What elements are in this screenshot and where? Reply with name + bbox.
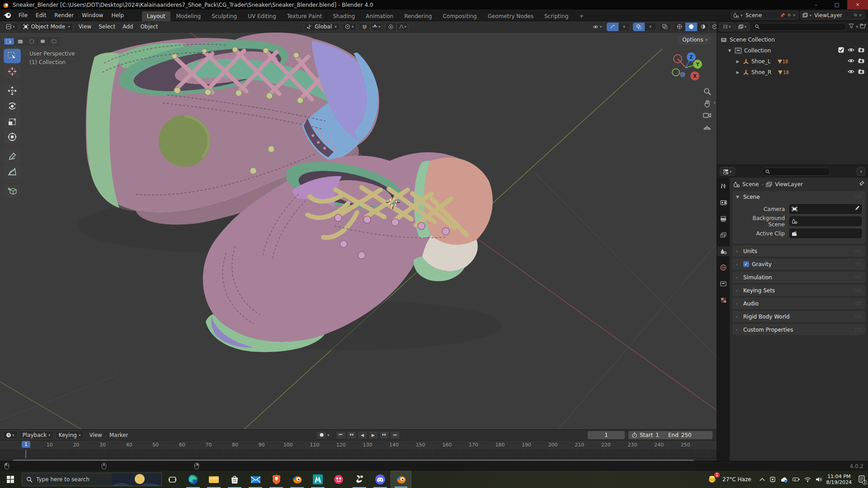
notification-icon[interactable]: 1 bbox=[858, 475, 865, 484]
tab-modeling[interactable]: Modeling bbox=[171, 11, 206, 21]
tab-add-workspace[interactable]: + bbox=[574, 11, 589, 21]
tray-time[interactable]: 11:04 PM bbox=[826, 474, 852, 479]
outliner-search-input[interactable] bbox=[752, 23, 846, 31]
tray-expand-chevron[interactable] bbox=[760, 478, 765, 481]
menu-object[interactable]: Object bbox=[137, 23, 161, 30]
timeline-editor-type-button[interactable]: ▾ bbox=[3, 431, 18, 439]
gravity-checkbox[interactable]: ✓ bbox=[743, 261, 749, 267]
outliner-row-scene-collection[interactable]: Scene Collection bbox=[717, 34, 868, 45]
properties-editor-type-button[interactable]: ▾ bbox=[720, 167, 735, 176]
hide-eye-icon[interactable] bbox=[848, 69, 854, 75]
properties-options-dropdown[interactable]: ▾ bbox=[857, 167, 865, 176]
scene-selector[interactable]: ▾ Scene 📌 ⧉ ✕ bbox=[731, 11, 798, 19]
tool-annotate[interactable] bbox=[4, 149, 21, 164]
jump-next-keyframe-button[interactable]: ⏵⏵ bbox=[379, 431, 389, 439]
viewlayer-selector[interactable]: ▾ ViewLayer ⧉ ✕ bbox=[800, 11, 864, 19]
battery-icon[interactable] bbox=[793, 477, 800, 482]
show-gizmo-toggle[interactable] bbox=[607, 23, 618, 31]
sidebar-collapse-arrow[interactable]: ‹ bbox=[713, 99, 716, 106]
tab-render[interactable] bbox=[717, 197, 730, 207]
auto-keying-toggle[interactable] bbox=[316, 431, 326, 439]
transform-orientation-dropdown[interactable]: Global ▾ bbox=[304, 23, 340, 31]
tool-transform[interactable] bbox=[4, 130, 21, 144]
breadcrumb-scene[interactable]: Scene bbox=[742, 181, 759, 188]
panel-units[interactable]: ›Units:::: bbox=[732, 245, 865, 257]
tool-measure[interactable] bbox=[4, 164, 21, 179]
tool-select-box[interactable] bbox=[4, 49, 21, 63]
weather-icon[interactable]: 1 bbox=[707, 474, 718, 486]
tray-date[interactable]: 8/19/2024 bbox=[826, 479, 852, 485]
minimize-button[interactable]: – bbox=[806, 0, 826, 9]
outliner-restriction-dropdown[interactable]: ▾ bbox=[735, 23, 750, 31]
tab-geometry-nodes[interactable]: Geometry Nodes bbox=[483, 11, 538, 21]
taskbar-app-edge[interactable] bbox=[183, 471, 203, 488]
taskbar-app-blender[interactable] bbox=[287, 471, 307, 488]
copy-viewlayer-icon[interactable]: ⧉ bbox=[854, 13, 857, 18]
timeline-ruler[interactable]: 1 10203040506070809010011012013014015016… bbox=[0, 441, 717, 450]
tab-collection-props[interactable] bbox=[717, 279, 730, 289]
jump-prev-keyframe-button[interactable]: ⏴⏴ bbox=[347, 431, 357, 439]
delete-viewlayer-icon[interactable]: ✕ bbox=[859, 13, 862, 18]
pin-icon[interactable] bbox=[859, 181, 864, 188]
start-button[interactable] bbox=[0, 471, 21, 488]
gizmo-settings-dropdown[interactable]: ▾ bbox=[618, 23, 630, 31]
properties-search-input[interactable] bbox=[762, 168, 830, 176]
panel-keying-sets[interactable]: ›Keying Sets:::: bbox=[732, 285, 865, 296]
new-collection-icon[interactable] bbox=[860, 23, 866, 30]
snap-settings-dropdown[interactable]: ▾ bbox=[370, 23, 382, 31]
pan-hand-icon[interactable] bbox=[703, 100, 711, 108]
panel-rigid-body-world[interactable]: ›Rigid Body World:::: bbox=[732, 311, 865, 322]
exclude-checkbox[interactable] bbox=[838, 47, 844, 54]
disable-render-camera-icon[interactable] bbox=[858, 47, 864, 54]
panel-scene-header[interactable]: ▼ Scene :::: bbox=[732, 191, 865, 202]
menu-add[interactable]: Add bbox=[119, 23, 137, 30]
menu-edit[interactable]: Edit bbox=[32, 9, 50, 21]
menu-select[interactable]: Select bbox=[95, 23, 119, 30]
outliner-row-shoe-r[interactable]: ▶ Shoe_R 18 bbox=[717, 67, 868, 78]
menu-view[interactable]: View bbox=[75, 23, 95, 30]
taskbar-app-blender-active[interactable] bbox=[391, 471, 411, 488]
tool-scale[interactable] bbox=[4, 114, 21, 129]
tab-texture-paint[interactable]: Texture Paint bbox=[282, 11, 327, 21]
proportional-falloff-dropdown[interactable]: ▾ bbox=[396, 23, 408, 31]
select-box-button[interactable] bbox=[15, 38, 26, 45]
tool-add-cube[interactable] bbox=[4, 184, 21, 198]
orthographic-grid-icon[interactable] bbox=[703, 123, 711, 130]
tool-move[interactable] bbox=[4, 84, 21, 98]
filter-icon[interactable] bbox=[849, 23, 854, 30]
proportional-editing-toggle[interactable] bbox=[385, 23, 396, 31]
current-frame-field[interactable]: 1 bbox=[588, 431, 625, 439]
mode-dropdown[interactable]: Object Mode ▾ bbox=[20, 23, 73, 31]
outliner-row-collection[interactable]: ▼ Collection bbox=[717, 45, 868, 56]
background-scene-field[interactable] bbox=[789, 216, 862, 226]
options-button[interactable]: Options▾ bbox=[679, 35, 711, 44]
tab-uv-editing[interactable]: UV Editing bbox=[243, 11, 281, 21]
weather-text[interactable]: 27°C Haze bbox=[722, 476, 751, 483]
menu-render[interactable]: Render bbox=[50, 9, 78, 21]
select-mode-extra-button[interactable] bbox=[49, 38, 60, 45]
navigation-gizmo[interactable]: Z Y X bbox=[668, 49, 704, 85]
tab-shading[interactable]: Shading bbox=[328, 11, 360, 21]
panel-simulation[interactable]: ›Simulation:::: bbox=[732, 272, 865, 283]
overlays-settings-dropdown[interactable]: ▾ bbox=[645, 23, 656, 31]
task-view-button[interactable] bbox=[162, 471, 183, 488]
expand-caret-icon[interactable]: ▼ bbox=[727, 48, 732, 53]
volume-icon[interactable] bbox=[816, 477, 822, 482]
jump-to-start-button[interactable]: ⏮ bbox=[336, 431, 346, 439]
jump-to-end-button[interactable]: ⏭ bbox=[390, 431, 400, 439]
expand-caret-icon[interactable]: ▶ bbox=[735, 70, 741, 75]
wifi-icon[interactable] bbox=[804, 477, 811, 482]
tab-rendering[interactable]: Rendering bbox=[399, 11, 437, 21]
taskbar-app-medibang[interactable] bbox=[328, 471, 349, 488]
playhead-line[interactable] bbox=[25, 450, 26, 459]
zoom-icon[interactable] bbox=[703, 88, 711, 95]
onedrive-icon[interactable]: i bbox=[780, 477, 788, 483]
menu-window[interactable]: Window bbox=[78, 9, 107, 21]
playback-dropdown[interactable]: Playback▾ bbox=[19, 431, 54, 439]
shading-solid-button[interactable] bbox=[685, 23, 697, 31]
delete-scene-icon[interactable]: ✕ bbox=[793, 13, 796, 18]
taskbar-app-mail[interactable] bbox=[245, 471, 266, 488]
eyedropper-icon[interactable] bbox=[854, 206, 859, 212]
panel-gravity[interactable]: ›✓Gravity:::: bbox=[732, 258, 865, 270]
playhead-frame-flag[interactable]: 1 bbox=[22, 441, 30, 448]
